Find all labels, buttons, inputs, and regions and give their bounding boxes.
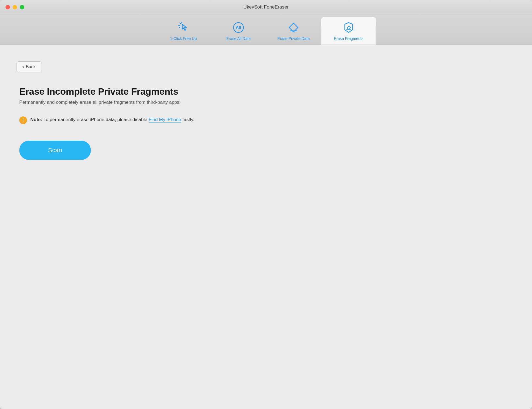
tab-one-click-label: 1-Click Free Up: [170, 36, 197, 41]
back-chevron-icon: ‹: [23, 65, 24, 69]
minimize-button[interactable]: [13, 5, 17, 9]
maximize-button[interactable]: [20, 5, 24, 9]
close-button[interactable]: [6, 5, 10, 9]
section-subtitle: Permanently and completely erase all pri…: [19, 100, 513, 105]
warning-icon: !: [19, 116, 27, 124]
back-button-label: Back: [26, 64, 36, 69]
svg-text:All: All: [236, 25, 241, 30]
erase-fragments-icon: [341, 20, 356, 35]
one-click-icon: [176, 20, 191, 35]
find-my-iphone-link[interactable]: Find My iPhone: [149, 117, 181, 122]
tab-erase-private-data[interactable]: Erase Private Data: [266, 17, 321, 45]
warning-exclamation: !: [22, 118, 24, 122]
tab-erase-private-label: Erase Private Data: [277, 36, 310, 41]
main-content: ‹ Back Erase Incomplete Private Fragment…: [0, 45, 532, 409]
tab-erase-all-label: Erase All Data: [226, 36, 251, 41]
erase-all-icon: All: [231, 20, 246, 35]
section-title: Erase Incomplete Private Fragments: [19, 86, 513, 97]
tab-erase-all-data[interactable]: All Erase All Data: [211, 17, 266, 45]
toolbar: 1-Click Free Up All Erase All Data: [0, 14, 532, 45]
note-row: ! Note: To permanently erase iPhone data…: [19, 116, 513, 124]
tab-erase-fragments-label: Erase Fragments: [334, 36, 363, 41]
note-suffix: firstly.: [181, 117, 194, 122]
window-controls: [6, 5, 24, 9]
back-button[interactable]: ‹ Back: [17, 61, 42, 72]
tab-erase-fragments[interactable]: Erase Fragments: [321, 17, 376, 45]
svg-line-2: [179, 27, 180, 28]
svg-line-0: [180, 23, 181, 24]
note-body: To permanently erase iPhone data, please…: [42, 117, 148, 122]
erase-private-icon: [286, 20, 301, 35]
content-section: Erase Incomplete Private Fragments Perma…: [17, 86, 515, 160]
app-window: UkeySoft FoneEraser 1-Click Free Up: [0, 0, 532, 409]
tab-one-click-free-up[interactable]: 1-Click Free Up: [156, 17, 211, 45]
note-text: Note: To permanently erase iPhone data, …: [30, 116, 194, 123]
scan-button[interactable]: Scan: [19, 141, 91, 160]
note-prefix: Note:: [30, 117, 42, 122]
title-bar: UkeySoft FoneEraser: [0, 0, 532, 14]
window-title: UkeySoft FoneEraser: [243, 4, 289, 10]
